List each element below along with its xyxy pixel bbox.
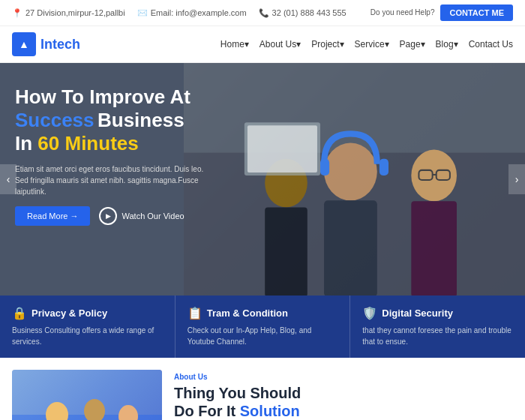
about-content: About Us Thing You Should Do For It Solu…: [174, 370, 513, 420]
top-bar: 📍 27 Division,mirpur-12,pallbi ✉️ Email:…: [0, 0, 525, 26]
hero-title-3: In 60 Minutes: [15, 132, 218, 155]
feature-card-desc-2: that they cannot foresee the pain and tr…: [362, 325, 513, 347]
email-icon: ✉️: [137, 8, 148, 18]
hero-description: Etiam sit amet orci eget eros faucibus t…: [15, 164, 218, 197]
logo-text: Intech: [40, 37, 80, 52]
hero-next-button[interactable]: ›: [508, 164, 525, 194]
address-item: 📍 27 Division,mirpur-12,pallbi: [12, 8, 125, 18]
about-title-line2: Do For It: [174, 403, 240, 419]
logo: ▲ Intech: [12, 32, 80, 56]
navbar: ▲ Intech Home▾ About Us▾ Project▾ Servic…: [0, 26, 525, 63]
hero-prev-button[interactable]: ‹: [0, 164, 16, 194]
hero-business-word: Business: [98, 109, 184, 131]
help-text: Do you need Help?: [370, 8, 435, 17]
top-bar-right: Do you need Help? CONTACT ME: [370, 4, 513, 21]
feature-icon-1: 📋: [188, 306, 202, 320]
feature-title-text-1: Tram & Condition: [207, 308, 288, 319]
feature-title-text-2: Digital Security: [382, 308, 453, 319]
phone-icon: 📞: [259, 8, 269, 18]
location-icon: 📍: [12, 8, 22, 18]
svg-rect-9: [411, 201, 457, 296]
read-more-button[interactable]: Read More →: [15, 206, 90, 226]
nav-about[interactable]: About Us▾: [260, 39, 301, 50]
about-section: About Us Thing You Should Do For It Solu…: [0, 358, 525, 420]
contact-me-button[interactable]: CONTACT ME: [440, 4, 513, 21]
about-image: [12, 370, 162, 420]
hero-title-2: Success Business: [15, 109, 218, 132]
hero-in-word: In: [15, 132, 38, 154]
svg-rect-7: [265, 207, 308, 296]
watch-video-button[interactable]: ▶ Watch Our Video: [99, 207, 184, 225]
top-bar-left: 📍 27 Division,mirpur-12,pallbi ✉️ Email:…: [12, 8, 346, 18]
svg-rect-5: [380, 159, 388, 176]
address-text: 27 Division,mirpur-12,pallbi: [26, 8, 125, 17]
feature-card-title-2: 🛡️ Digital Security: [362, 306, 513, 320]
feature-title-text-0: Privacy & Policy: [32, 308, 107, 319]
nav-blog[interactable]: Blog▾: [436, 39, 458, 50]
hero-image: [184, 63, 525, 296]
hero-minutes-word: 60 Minutes: [38, 132, 138, 154]
feature-icon-2: 🛡️: [362, 306, 377, 320]
svg-rect-14: [248, 125, 317, 172]
feature-card-desc-1: Check out our In-App Help, Blog, and You…: [188, 325, 338, 347]
nav-links: Home▾ About Us▾ Project▾ Service▾ Page▾ …: [220, 39, 513, 50]
watch-label: Watch Our Video: [122, 212, 184, 220]
phone-item: 📞 32 (01) 888 443 555: [259, 8, 346, 18]
phone-text: 32 (01) 888 443 555: [272, 8, 346, 17]
play-icon: ▶: [99, 207, 117, 225]
svg-rect-3: [324, 200, 377, 296]
about-title: Thing You Should Do For It Solution: [174, 384, 513, 420]
nav-contact[interactable]: Contact Us: [469, 39, 513, 50]
logo-icon: ▲: [12, 32, 36, 56]
nav-project[interactable]: Project▾: [311, 39, 344, 50]
nav-service[interactable]: Service▾: [355, 39, 389, 50]
feature-card-0: 🔒 Privacy & Policy Business Consulting o…: [0, 296, 176, 358]
hero-section: How To Improve At Success Business In 60…: [0, 63, 525, 296]
feature-cards: 🔒 Privacy & Policy Business Consulting o…: [0, 296, 525, 358]
hero-content: How To Improve At Success Business In 60…: [15, 86, 218, 226]
nav-page[interactable]: Page▾: [400, 39, 425, 50]
hero-blue-word: Success: [15, 109, 94, 131]
email-item: ✉️ Email: info@example.com: [137, 8, 247, 18]
svg-rect-4: [320, 159, 329, 176]
nav-home[interactable]: Home▾: [220, 39, 249, 50]
about-tag: About Us: [174, 373, 513, 381]
feature-icon-0: 🔒: [12, 306, 27, 320]
feature-card-2: 🛡️ Digital Security that they cannot for…: [350, 296, 525, 358]
hero-title-1: How To Improve At: [15, 86, 218, 109]
hero-buttons: Read More → ▶ Watch Our Video: [15, 206, 218, 226]
email-text: Email: info@example.com: [151, 8, 247, 17]
about-title-blue: Solution: [240, 403, 300, 419]
feature-card-1: 📋 Tram & Condition Check out our In-App …: [176, 296, 351, 358]
svg-point-2: [324, 142, 377, 200]
feature-card-title-1: 📋 Tram & Condition: [188, 306, 338, 320]
feature-card-desc-0: Business Consulting offers a wide range …: [12, 325, 163, 347]
feature-card-title-0: 🔒 Privacy & Policy: [12, 306, 163, 320]
about-title-line1: Thing You Should: [174, 385, 301, 401]
